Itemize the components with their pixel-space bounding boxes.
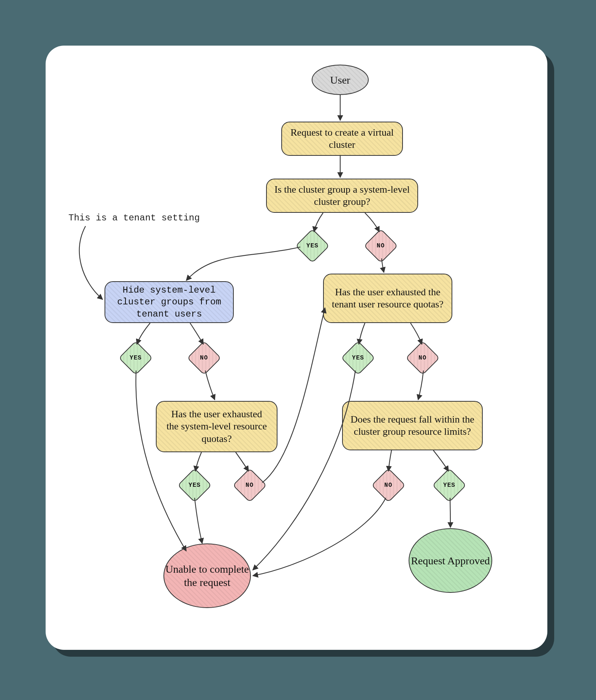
diamond-is-system-yes: YES (295, 229, 330, 263)
diamond-sysquota-no: NO (233, 468, 267, 503)
node-within-limits: Does the request fall within the cluster… (342, 401, 483, 450)
diamond-limits-yes-label: YES (443, 482, 455, 489)
diamond-is-system-no-label: NO (377, 242, 385, 249)
diamond-limits-yes: YES (432, 468, 467, 503)
diamond-hide-yes: YES (119, 341, 153, 375)
diamond-tenantquota-no-label: NO (418, 355, 426, 361)
node-tenant-quota: Has the user exhausted the tenant user r… (323, 274, 452, 323)
node-hide-setting-label: Hide system-level cluster groups from te… (113, 284, 225, 320)
diamond-hide-no-label: NO (200, 355, 208, 361)
diamond-is-system-yes-label: YES (306, 242, 319, 249)
node-user-label: User (330, 73, 350, 87)
diamond-sysquota-no-label: NO (246, 482, 254, 489)
node-within-limits-label: Does the request fall within the cluster… (350, 413, 474, 438)
node-unable-label: Unable to complete the request (164, 562, 250, 589)
diamond-sysquota-yes-label: YES (189, 482, 201, 489)
node-is-system-group: Is the cluster group a system-level clus… (266, 179, 418, 213)
node-approved-label: Request Approved (411, 554, 490, 567)
node-sys-quota-label: Has the user exhausted the system-level … (164, 408, 269, 445)
node-request-label: Request to create a virtual cluster (290, 127, 395, 151)
node-sys-quota: Has the user exhausted the system-level … (156, 401, 277, 452)
node-is-system-group-label: Is the cluster group a system-level clus… (274, 184, 410, 208)
node-user: User (312, 65, 369, 95)
diamond-limits-no: NO (371, 468, 406, 503)
diagram-card: This is a tenant setting User Request to… (46, 46, 547, 650)
diamond-sysquota-yes: YES (178, 468, 212, 503)
node-request: Request to create a virtual cluster (281, 122, 403, 156)
tenant-setting-annotation: This is a tenant setting (68, 213, 200, 223)
diamond-limits-no-label: NO (384, 482, 392, 489)
flowchart-stage: This is a tenant setting User Request to… (46, 46, 547, 650)
node-tenant-quota-label: Has the user exhausted the tenant user r… (331, 286, 444, 311)
node-hide-setting: Hide system-level cluster groups from te… (105, 281, 234, 323)
diamond-hide-yes-label: YES (130, 355, 142, 361)
node-approved: Request Approved (409, 528, 492, 593)
diamond-hide-no: NO (187, 341, 222, 375)
diamond-is-system-no: NO (364, 229, 398, 263)
diamond-tenantquota-yes-label: YES (352, 355, 364, 361)
node-unable: Unable to complete the request (163, 543, 251, 608)
diamond-tenantquota-no: NO (406, 341, 440, 375)
diamond-tenantquota-yes: YES (341, 341, 376, 375)
